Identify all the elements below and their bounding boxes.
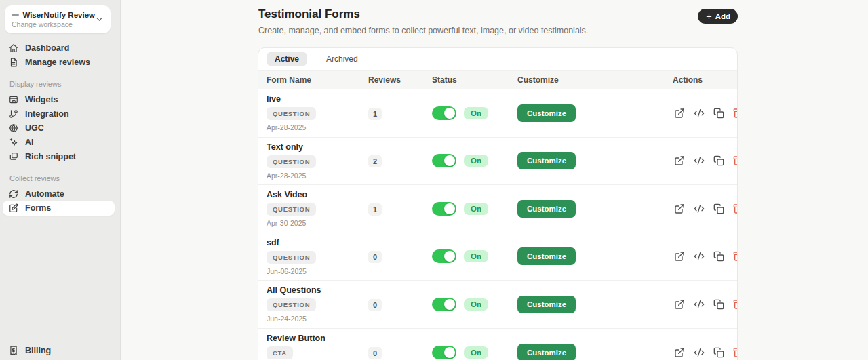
duplicate-action-button[interactable] (712, 346, 726, 359)
sidebar-item-ugc[interactable]: UGC (3, 121, 115, 135)
customize-button[interactable]: Customize (517, 104, 576, 122)
sidebar-item-label: Dashboard (25, 43, 69, 53)
tab-active[interactable]: Active (267, 52, 307, 66)
sidebar-item-manage-reviews[interactable]: Manage reviews (3, 55, 115, 69)
form-name: live (267, 94, 368, 104)
embed-code-action-button[interactable] (692, 154, 706, 167)
embed-code-action-button[interactable] (692, 106, 706, 120)
copy-icon (713, 108, 724, 119)
archive-action-button[interactable] (732, 346, 738, 359)
preview-action-button[interactable] (673, 154, 686, 167)
customize-button[interactable]: Customize (517, 200, 576, 218)
form-created-date: Jun-06-2025 (267, 267, 368, 275)
reviews-cell: 1 (368, 203, 432, 215)
status-badge: On (464, 250, 488, 262)
sidebar-item-automate[interactable]: Automate (3, 186, 115, 201)
external-link-icon (674, 203, 685, 214)
tab-bar: Active Archived (258, 48, 737, 71)
embed-code-action-button[interactable] (692, 202, 706, 216)
status-toggle[interactable] (432, 106, 456, 120)
form-type-badge: CTA (267, 346, 293, 359)
status-toggle[interactable] (432, 154, 456, 167)
branch-icon (9, 109, 18, 119)
sidebar-item-label: Widgets (25, 95, 58, 104)
status-toggle[interactable] (432, 202, 456, 216)
status-badge: On (464, 107, 488, 119)
toggle-knob (444, 108, 455, 119)
preview-action-button[interactable] (673, 249, 686, 263)
status-badge: On (464, 346, 488, 359)
table-row: live QUESTION Apr-28-2025 1 On Customize (258, 89, 737, 138)
reviews-count-badge: 2 (368, 155, 382, 167)
form-name: Ask Video (267, 190, 368, 199)
add-button[interactable]: Add (698, 9, 738, 24)
sidebar-item-integration[interactable]: Integration (3, 106, 115, 121)
add-button-label: Add (715, 12, 730, 20)
form-type-badge: QUESTION (267, 251, 316, 264)
code-icon (694, 108, 705, 119)
status-toggle[interactable] (432, 346, 456, 359)
embed-code-action-button[interactable] (692, 249, 706, 263)
form-type-badge: QUESTION (267, 155, 316, 168)
form-created-date: Jun-24-2025 (267, 315, 368, 323)
form-created-date: Apr-28-2025 (267, 123, 368, 132)
table-row: Text only QUESTION Apr-28-2025 2 On Cust… (258, 138, 737, 186)
sidebar-section-collect-reviews: Collect reviews (3, 174, 115, 182)
sparkles-icon (9, 138, 18, 147)
table-row: All Questions QUESTION Jun-24-2025 0 On … (258, 281, 737, 329)
preview-action-button[interactable] (673, 202, 686, 216)
duplicate-action-button[interactable] (712, 154, 726, 167)
form-type-badge: QUESTION (267, 203, 316, 216)
archive-action-button[interactable] (732, 249, 738, 263)
sidebar-item-rich-snippet[interactable]: Rich snippet (3, 149, 115, 163)
form-name-cell: sdf QUESTION Jun-06-2025 (267, 238, 368, 275)
duplicate-action-button[interactable] (712, 106, 726, 120)
archive-icon (733, 203, 738, 214)
customize-button[interactable]: Customize (517, 344, 576, 360)
customize-button[interactable]: Customize (517, 152, 576, 169)
customize-cell: Customize (517, 247, 673, 265)
column-header-reviews: Reviews (368, 75, 432, 85)
sidebar-item-billing[interactable]: Billing (3, 343, 115, 357)
workspace-subtitle: Change workspace (12, 20, 95, 28)
preview-action-button[interactable] (673, 298, 686, 311)
sidebar-item-dashboard[interactable]: Dashboard (3, 41, 115, 55)
archive-action-button[interactable] (732, 106, 738, 120)
table-row: Review Button CTA 0 On Customize (258, 329, 737, 360)
preview-action-button[interactable] (673, 106, 686, 120)
customize-cell: Customize (517, 104, 673, 122)
document-icon (9, 58, 18, 67)
customize-button[interactable]: Customize (517, 247, 576, 265)
embed-code-action-button[interactable] (692, 298, 706, 311)
status-toggle[interactable] (432, 298, 456, 311)
sidebar-item-widgets[interactable]: Widgets (3, 92, 115, 106)
status-cell: On (432, 249, 517, 263)
customize-button[interactable]: Customize (517, 296, 576, 313)
workspace-switcher[interactable]: WiserNotify Review Change workspace (5, 5, 111, 33)
sidebar-item-label: UGC (25, 123, 44, 133)
archive-action-button[interactable] (732, 298, 738, 311)
archive-action-button[interactable] (732, 202, 738, 216)
status-badge: On (464, 155, 488, 167)
status-badge: On (464, 298, 488, 311)
toggle-knob (444, 347, 455, 358)
duplicate-action-button[interactable] (712, 298, 726, 311)
tab-archived[interactable]: Archived (318, 52, 366, 66)
actions-cell (673, 106, 738, 120)
code-icon (694, 251, 705, 262)
duplicate-action-button[interactable] (712, 202, 726, 216)
archive-icon (733, 299, 738, 310)
preview-action-button[interactable] (673, 346, 686, 359)
chevron-down-icon (95, 15, 104, 24)
status-toggle[interactable] (432, 249, 456, 263)
sidebar-item-label: Forms (25, 203, 51, 213)
sidebar-section-display-reviews: Display reviews (3, 80, 115, 88)
sidebar-item-label: AI (25, 138, 34, 147)
sidebar-item-forms[interactable]: Forms (3, 201, 115, 216)
duplicate-action-button[interactable] (712, 249, 726, 263)
copy-icon (713, 251, 724, 262)
widgets-icon (9, 95, 18, 104)
sidebar-item-ai[interactable]: AI (3, 135, 115, 149)
archive-action-button[interactable] (732, 154, 738, 167)
embed-code-action-button[interactable] (692, 346, 706, 359)
